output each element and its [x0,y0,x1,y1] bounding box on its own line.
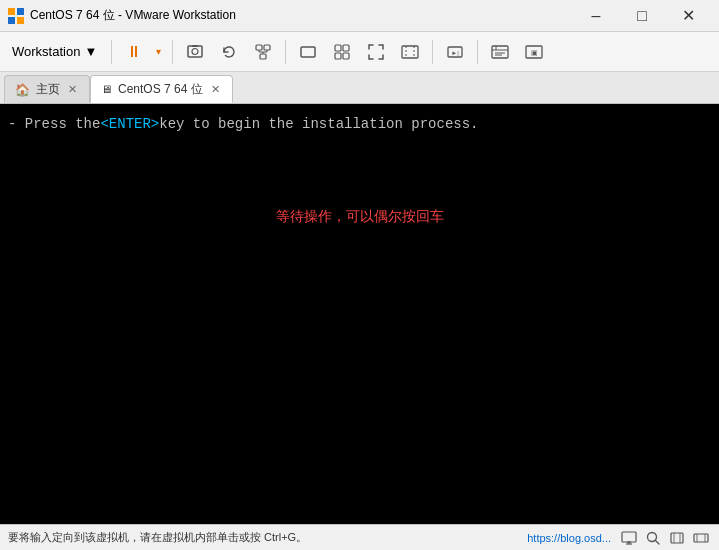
svg-rect-17 [335,53,341,59]
vm-content: - Press the <ENTER> key to begin the ins… [0,104,719,524]
svg-rect-1 [17,8,24,15]
app-icon [8,8,24,24]
minimize-button[interactable]: – [573,0,619,32]
maximize-button[interactable]: □ [619,0,665,32]
svg-rect-7 [256,45,262,50]
close-button[interactable]: ✕ [665,0,711,32]
notice-line: 等待操作，可以偶尔按回车 [8,207,711,228]
svg-rect-39 [694,534,708,542]
view-options-button[interactable]: ▣ [518,36,550,68]
snapshot-button[interactable] [179,36,211,68]
toolbar-separator-2 [172,40,173,64]
svg-rect-14 [301,47,315,57]
enter-key: <ENTER> [100,114,159,135]
home-tab-icon: 🏠 [15,83,30,97]
svg-line-35 [656,540,660,544]
fit-guest-button[interactable] [360,36,392,68]
toolbar: Workstation ▼ ⏸ ▾ [0,32,719,72]
line-suffix: key to begin the installation process. [159,114,478,135]
svg-text:▣: ▣ [531,49,538,56]
centos-tab-icon: 🖥 [101,83,112,95]
window-title: CentOS 7 64 位 - VMware Workstation [30,7,573,24]
svg-rect-6 [192,45,198,47]
home-tab-label: 主页 [36,81,60,98]
workstation-menu[interactable]: Workstation ▼ [4,40,105,63]
title-bar: CentOS 7 64 位 - VMware Workstation – □ ✕ [0,0,719,32]
line-prefix: - Press the [8,114,100,135]
svg-rect-3 [17,17,24,24]
notice-text: 等待操作，可以偶尔按回车 [276,207,444,228]
home-tab-close[interactable]: ✕ [66,83,79,96]
svg-rect-2 [8,17,15,24]
vm-screen[interactable]: - Press the <ENTER> key to begin the ins… [0,104,719,524]
toolbar-separator-1 [111,40,112,64]
tab-home[interactable]: 🏠 主页 ✕ [4,75,90,103]
svg-point-5 [192,48,198,54]
snapshot-manager-button[interactable] [247,36,279,68]
svg-rect-18 [343,53,349,59]
svg-rect-15 [335,45,341,51]
svg-text:►|: ►| [452,50,460,56]
status-icons [619,528,711,548]
workstation-menu-label: Workstation [12,44,80,59]
status-text: 要将输入定向到该虚拟机，请在虚拟机内部单击或按 Ctrl+G。 [8,530,527,545]
pause-dropdown[interactable]: ▾ [150,36,166,68]
vm-status-icon[interactable] [619,528,639,548]
workstation-menu-arrow: ▼ [84,44,97,59]
search-status-icon[interactable] [643,528,663,548]
view-unity-button[interactable] [326,36,358,68]
restore-snapshot-button[interactable] [213,36,245,68]
window-controls: – □ ✕ [573,0,711,32]
svg-rect-19 [402,46,418,58]
tab-centos[interactable]: 🖥 CentOS 7 64 位 ✕ [90,75,233,103]
audio-status-icon[interactable] [691,528,711,548]
svg-rect-0 [8,8,15,15]
usb-status-icon[interactable] [667,528,687,548]
svg-rect-4 [188,46,202,57]
view-settings-button[interactable] [484,36,516,68]
centos-tab-label: CentOS 7 64 位 [118,81,203,98]
svg-rect-9 [260,54,266,59]
svg-rect-8 [264,45,270,50]
status-bar: 要将输入定向到该虚拟机，请在虚拟机内部单击或按 Ctrl+G。 https://… [0,524,719,550]
view-fullscreen-button[interactable] [292,36,324,68]
tabs-bar: 🏠 主页 ✕ 🖥 CentOS 7 64 位 ✕ [0,72,719,104]
toolbar-separator-3 [285,40,286,64]
install-prompt-line: - Press the <ENTER> key to begin the ins… [8,114,711,135]
pause-group: ⏸ ▾ [118,36,166,68]
svg-rect-30 [622,532,636,542]
stretch-mode-button[interactable] [394,36,426,68]
centos-tab-close[interactable]: ✕ [209,83,222,96]
toolbar-separator-4 [432,40,433,64]
pause-button[interactable]: ⏸ [118,36,150,68]
svg-rect-24 [492,46,508,58]
svg-rect-16 [343,45,349,51]
send-ctrl-alt-del-button[interactable]: ►| [439,36,471,68]
status-url: https://blog.osd... [527,532,611,544]
toolbar-separator-5 [477,40,478,64]
svg-rect-36 [671,533,683,543]
